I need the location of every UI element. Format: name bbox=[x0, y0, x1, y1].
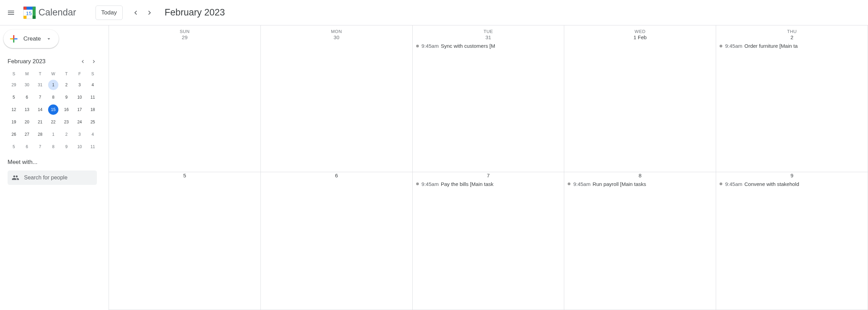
mini-day[interactable]: 7 bbox=[35, 92, 45, 102]
today-button[interactable]: Today bbox=[96, 5, 123, 20]
mini-day[interactable]: 7 bbox=[35, 142, 45, 152]
event[interactable]: 9:45amRun payroll [Main tasks bbox=[564, 180, 716, 188]
main-menu-button[interactable] bbox=[3, 4, 19, 21]
mini-dayhead: W bbox=[47, 69, 59, 78]
day-number: 5 bbox=[109, 172, 260, 180]
mini-day[interactable]: 27 bbox=[22, 129, 32, 140]
mini-day[interactable]: 14 bbox=[35, 104, 45, 115]
mini-day[interactable]: 13 bbox=[22, 104, 32, 115]
mini-day[interactable]: 31 bbox=[35, 80, 45, 90]
mini-day[interactable]: 16 bbox=[61, 104, 71, 115]
event-dot-icon bbox=[416, 45, 419, 47]
mini-dayhead: F bbox=[73, 69, 86, 78]
event-title: Run payroll [Main tasks bbox=[592, 181, 646, 187]
mini-day[interactable]: 3 bbox=[75, 129, 85, 140]
mini-dayhead: S bbox=[8, 69, 20, 78]
mini-day[interactable]: 10 bbox=[75, 92, 85, 102]
mini-day[interactable]: 28 bbox=[35, 129, 45, 140]
mini-day[interactable]: 10 bbox=[75, 142, 85, 152]
mini-day[interactable]: 3 bbox=[75, 80, 85, 90]
event-time: 9:45am bbox=[422, 43, 439, 49]
mini-day[interactable]: 29 bbox=[9, 80, 19, 90]
mini-prev-button[interactable] bbox=[78, 56, 88, 67]
mini-day[interactable]: 2 bbox=[61, 80, 71, 90]
day-cell[interactable]: 1 Feb bbox=[564, 34, 716, 172]
people-search-input[interactable] bbox=[24, 175, 93, 181]
mini-day[interactable]: 4 bbox=[88, 129, 98, 140]
day-cell[interactable]: 30 bbox=[261, 34, 413, 172]
prev-period-button[interactable] bbox=[129, 6, 143, 20]
create-button[interactable]: Create bbox=[3, 30, 59, 48]
day-cell[interactable]: 5 bbox=[109, 172, 261, 310]
mini-day[interactable]: 24 bbox=[75, 117, 85, 127]
event[interactable]: 9:45amOrder furniture [Main ta bbox=[716, 42, 868, 49]
chevron-left-icon bbox=[80, 58, 86, 65]
mini-day[interactable]: 26 bbox=[9, 129, 19, 140]
chevron-left-icon bbox=[132, 9, 140, 17]
mini-day[interactable]: 1 bbox=[48, 80, 58, 90]
event[interactable]: 9:45amConvene with stakehold bbox=[716, 180, 868, 188]
mini-day[interactable]: 9 bbox=[61, 142, 71, 152]
weekday-header: MON bbox=[261, 25, 413, 34]
day-cell[interactable]: 6 bbox=[261, 172, 413, 310]
day-number: 7 bbox=[413, 172, 564, 180]
create-label: Create bbox=[23, 35, 41, 42]
meet-with-section: Meet with... bbox=[3, 153, 102, 185]
mini-day[interactable]: 5 bbox=[9, 142, 19, 152]
event-time: 9:45am bbox=[725, 181, 742, 187]
mini-day[interactable]: 2 bbox=[61, 129, 71, 140]
mini-day[interactable]: 11 bbox=[88, 92, 98, 102]
day-number: 2 bbox=[716, 34, 868, 42]
mini-dayhead: T bbox=[34, 69, 46, 78]
chevron-right-icon bbox=[91, 58, 97, 65]
mini-day[interactable]: 21 bbox=[35, 117, 45, 127]
mini-day[interactable]: 15 bbox=[48, 104, 58, 115]
weekday-header: SUN bbox=[109, 25, 261, 34]
mini-day[interactable]: 9 bbox=[61, 92, 71, 102]
mini-day[interactable]: 22 bbox=[48, 117, 58, 127]
day-cell[interactable]: 29 bbox=[109, 34, 261, 172]
svg-text:15: 15 bbox=[26, 10, 32, 16]
event[interactable]: 9:45amPay the bills [Main task bbox=[413, 180, 564, 188]
people-search[interactable] bbox=[8, 170, 97, 185]
mini-day[interactable]: 19 bbox=[9, 117, 19, 127]
mini-day[interactable]: 6 bbox=[22, 142, 32, 152]
mini-day[interactable]: 4 bbox=[88, 80, 98, 90]
day-cell[interactable]: 99:45amConvene with stakehold bbox=[716, 172, 868, 310]
day-number: 31 bbox=[413, 34, 564, 42]
event-time: 9:45am bbox=[422, 181, 439, 187]
day-cell[interactable]: 79:45amPay the bills [Main task bbox=[413, 172, 565, 310]
day-cell[interactable]: 29:45amOrder furniture [Main ta bbox=[716, 34, 868, 172]
day-number: 6 bbox=[261, 172, 412, 180]
day-number: 9 bbox=[716, 172, 868, 180]
mini-day[interactable]: 6 bbox=[22, 92, 32, 102]
dropdown-arrow-icon bbox=[46, 36, 52, 42]
mini-day[interactable]: 11 bbox=[88, 142, 98, 152]
mini-day[interactable]: 8 bbox=[48, 142, 58, 152]
svg-rect-4 bbox=[33, 15, 36, 19]
mini-day[interactable]: 8 bbox=[48, 92, 58, 102]
mini-day[interactable]: 25 bbox=[88, 117, 98, 127]
mini-next-button[interactable] bbox=[89, 56, 99, 67]
header: 15 Calendar Today February 2023 bbox=[0, 0, 868, 25]
event-time: 9:45am bbox=[725, 43, 742, 49]
mini-day[interactable]: 18 bbox=[88, 104, 98, 115]
event[interactable]: 9:45amSync with customers [M bbox=[413, 42, 564, 49]
event-dot-icon bbox=[416, 182, 419, 185]
sidebar: Create February 2023 SMTWTFS293031123456… bbox=[0, 25, 109, 310]
event-title: Sync with customers [M bbox=[441, 43, 495, 49]
day-cell[interactable]: 89:45amRun payroll [Main tasks bbox=[564, 172, 716, 310]
mini-dayhead: T bbox=[60, 69, 73, 78]
mini-day[interactable]: 5 bbox=[9, 92, 19, 102]
day-cell[interactable]: 319:45amSync with customers [M bbox=[413, 34, 565, 172]
mini-day[interactable]: 30 bbox=[22, 80, 32, 90]
next-period-button[interactable] bbox=[143, 6, 156, 20]
mini-day[interactable]: 1 bbox=[48, 129, 58, 140]
calendar-logo-icon: 15 bbox=[22, 5, 37, 20]
mini-day[interactable]: 20 bbox=[22, 117, 32, 127]
mini-day[interactable]: 12 bbox=[9, 104, 19, 115]
app-title: Calendar bbox=[38, 7, 76, 18]
mini-dayhead: M bbox=[21, 69, 33, 78]
mini-day[interactable]: 23 bbox=[61, 117, 71, 127]
mini-day[interactable]: 17 bbox=[75, 104, 85, 115]
